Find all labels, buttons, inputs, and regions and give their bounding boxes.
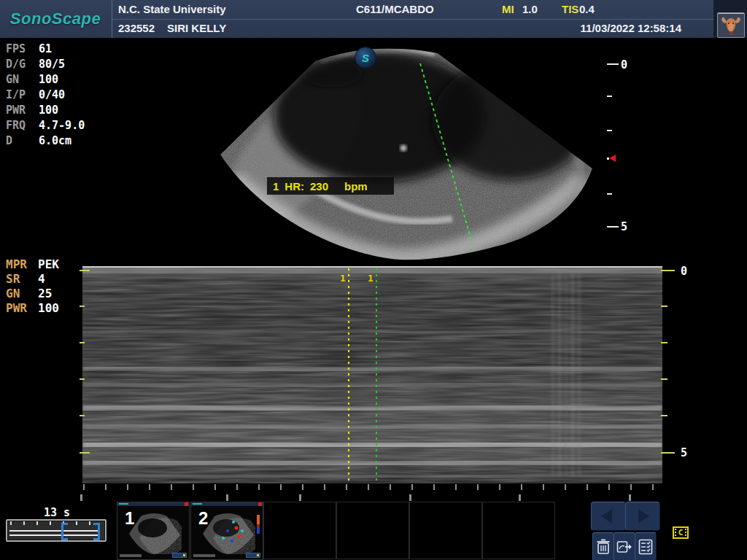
datetime: 11/03/2022 12:58:14 — [581, 22, 681, 34]
next-page-button[interactable] — [625, 502, 660, 531]
param-row: GN100 — [6, 72, 85, 88]
timeline-ticks — [10, 521, 99, 525]
ruler-label-5: 5 — [681, 446, 687, 459]
empty-clip-slot — [263, 502, 336, 559]
b-mode-sector — [208, 40, 598, 262]
ruler-tick — [80, 270, 90, 271]
orientation-marker-letter: S — [362, 52, 369, 64]
m-mode-parameters: MPRPEK SR4 GN25 PWR100 — [6, 257, 59, 316]
param-row: D/G80/5 — [6, 57, 85, 72]
review-list-button[interactable] — [635, 532, 657, 560]
patient-id: 232552 — [118, 22, 155, 34]
filmstrip-separator — [629, 494, 631, 501]
ruler-tick — [80, 415, 85, 416]
ruler-tick — [607, 130, 612, 131]
m-mode-trace — [79, 264, 666, 491]
ruler-tick — [661, 342, 667, 343]
thumbnail-number: 1 — [125, 508, 134, 529]
hr-value: 230 — [310, 180, 328, 192]
filmstrip-separator — [409, 494, 411, 501]
empty-clip-slot — [409, 502, 482, 559]
thumbnail-footer-bar — [120, 554, 142, 557]
caliper-2-label: 1 — [368, 273, 374, 284]
param-row: D6.0cm — [6, 133, 85, 149]
brand-logo-text: SonoScape — [10, 9, 101, 28]
header-row-2: 232552 SIRI KELLY 11/03/2022 12:58:14 — [112, 20, 713, 38]
thumbnail-indicator-dot — [257, 554, 259, 556]
mi-value: 1.0 — [522, 3, 538, 15]
bovine-icon-graphic — [720, 15, 742, 36]
hr-label: HR: — [285, 180, 304, 192]
param-row: SR4 — [6, 272, 59, 287]
patient-name: SIRI KELLY — [167, 22, 226, 34]
tis-value: 0.4 — [579, 3, 595, 15]
clip-thumbnail-2[interactable]: 2 — [190, 502, 263, 560]
hr-unit: bpm — [344, 180, 368, 192]
clip-thumbnail-1[interactable]: 1 — [117, 502, 190, 560]
param-row: PWR100 — [6, 103, 85, 118]
param-row: I/P0/40 — [6, 88, 85, 103]
m-depth-ruler-left — [80, 266, 91, 463]
cine-marker: C — [673, 526, 689, 539]
ruler-tick — [661, 270, 675, 271]
m-depth-ruler: 0 5 — [661, 266, 697, 463]
ruler-tick — [607, 96, 612, 97]
focus-marker-icon — [609, 155, 616, 162]
brand-logo: SonoScape — [0, 0, 111, 38]
focus-marker-dot — [607, 158, 609, 160]
b-mode-image — [208, 40, 598, 262]
ultrasound-screen: SonoScape N.C. State University C611/MCA… — [0, 0, 747, 560]
param-row: GN25 — [6, 287, 59, 301]
empty-clip-slot — [336, 502, 409, 559]
ruler-tick — [607, 63, 619, 65]
timeline-duration: 13 s — [44, 506, 70, 519]
ruler-tick — [607, 226, 619, 228]
thumbnail-number: 2 — [198, 508, 208, 529]
tis-label: TIS — [562, 3, 578, 15]
filmstrip-separator — [80, 494, 82, 501]
b-mode-parameters: FPS61 D/G80/5 GN100 I/P0/40 PWR100 FRQ4.… — [6, 42, 85, 149]
param-row: PWR100 — [6, 301, 59, 316]
b-depth-ruler: 0 5 — [607, 58, 636, 241]
next-arrow-icon — [638, 509, 649, 524]
param-row: MPRPEK — [6, 257, 59, 272]
orientation-marker: S — [355, 47, 376, 69]
cine-timeline-scrubber[interactable] — [6, 519, 107, 542]
ruler-label-0: 0 — [681, 265, 687, 278]
ruler-tick — [80, 378, 85, 380]
trash-icon — [597, 539, 610, 555]
thumbnail-close-icon[interactable] — [258, 502, 262, 506]
ruler-tick — [661, 415, 667, 416]
thumbnail-indicator-dot — [183, 554, 185, 556]
ruler-tick — [80, 342, 85, 343]
thumbnail-close-icon[interactable] — [185, 502, 188, 506]
timeline-bracket-right[interactable] — [93, 523, 100, 540]
thumbnail-footer-bar — [193, 554, 215, 557]
filmstrip-separator — [226, 494, 228, 501]
ruler-tick — [661, 306, 667, 307]
mi-label: MI — [502, 3, 514, 15]
prev-page-button[interactable] — [591, 502, 626, 531]
thumbnail-logo-mark — [119, 503, 128, 505]
hr-measurement-label: 1 HR: 230 bpm — [267, 177, 394, 195]
export-clip-button[interactable] — [614, 532, 635, 560]
institution-name: N.C. State University — [118, 3, 226, 15]
ruler-tick — [80, 306, 85, 307]
export-icon — [616, 540, 632, 554]
probe-preset: C611/MCABDO — [356, 3, 434, 15]
hr-index: 1 — [273, 180, 279, 192]
caliper-1-label: 1 — [340, 273, 346, 284]
header-bar: SonoScape N.C. State University C611/MCA… — [0, 0, 747, 38]
delete-clip-button[interactable] — [592, 532, 614, 560]
ruler-tick — [661, 452, 675, 454]
m-mode-time-axis — [83, 484, 661, 490]
ruler-label-5: 5 — [621, 220, 627, 233]
bovine-icon[interactable] — [717, 12, 745, 38]
prev-arrow-icon — [601, 509, 612, 524]
param-row: FRQ4.7-9.0 — [6, 118, 85, 133]
timeline-bracket-left[interactable] — [61, 523, 68, 540]
filmstrip-separator — [299, 494, 301, 501]
param-row: FPS61 — [6, 42, 85, 57]
ruler-tick — [80, 452, 90, 454]
animal-type-cell — [713, 0, 747, 38]
